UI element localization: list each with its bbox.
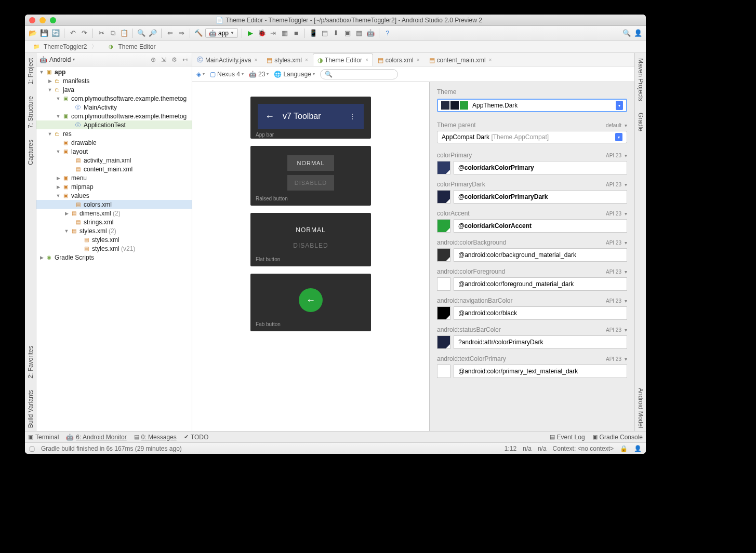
class-icon: Ⓒ	[74, 122, 82, 129]
color-swatch[interactable]	[437, 161, 450, 174]
preview-search[interactable]: 🔍	[320, 69, 398, 79]
editor-tab[interactable]: ▤colors.xml×	[373, 53, 425, 66]
attr-value-input[interactable]: @android:color/background_material_dark	[454, 248, 627, 262]
undo-icon[interactable]: ↶	[68, 29, 77, 38]
editor-tab[interactable]: ◑Theme Editor×	[313, 53, 373, 66]
crumb-project[interactable]: 📁ThemeToggler2	[28, 42, 101, 51]
chevron-down-icon[interactable]: ▾	[625, 211, 627, 217]
cut-icon[interactable]: ✂	[97, 29, 106, 38]
paste-icon[interactable]: 📋	[120, 29, 129, 38]
tab-event-log[interactable]: ▤ Event Log	[550, 434, 585, 441]
attr-value-input[interactable]: @color/darkColorAccent	[454, 219, 627, 233]
minimize-window-button[interactable]	[39, 17, 46, 23]
tab-gradle-console[interactable]: ▣ Gradle Console	[592, 434, 643, 441]
tab-maven[interactable]: Maven Projects	[636, 55, 645, 104]
close-icon[interactable]: ×	[305, 57, 308, 63]
layout-icon[interactable]: ▦	[354, 29, 364, 38]
save-icon[interactable]: 💾	[39, 29, 49, 38]
color-swatch[interactable]	[437, 277, 450, 291]
ddms-icon[interactable]: ⬇	[331, 29, 341, 38]
tab-favorites[interactable]: 2: Favorites	[26, 343, 35, 382]
tab-messages[interactable]: ▤ 0: Messages	[134, 434, 177, 441]
tab-android-model[interactable]: Android Model	[636, 385, 645, 431]
attr-value-input[interactable]: @android:color/foreground_material_dark	[454, 277, 627, 291]
attr-value-input[interactable]: ?android:attr/colorPrimaryDark	[454, 335, 627, 349]
parent-theme-selector[interactable]: AppCompat Dark [Theme.AppCompat] ▾	[437, 131, 627, 143]
locale-selector[interactable]: 🌐Language▾	[274, 71, 314, 78]
close-icon[interactable]: ×	[489, 57, 492, 63]
device-selector[interactable]: ▢Nexus 4▾	[210, 71, 244, 78]
back-icon[interactable]: ⇐	[165, 29, 175, 38]
chevron-down-icon[interactable]: ▾	[625, 327, 627, 333]
search-icon[interactable]: 🔍	[622, 29, 631, 38]
file-icon: ▤	[267, 57, 272, 64]
crumb-editor[interactable]: ◑Theme Editor	[102, 42, 164, 51]
attr-value-input[interactable]: @color/darkColorPrimary	[454, 161, 627, 174]
chevron-down-icon[interactable]: ▾	[625, 356, 627, 362]
chevron-down-icon[interactable]: ▾	[625, 298, 627, 304]
run-target-selector[interactable]: 🤖 app ▼	[205, 28, 238, 38]
close-icon[interactable]: ×	[365, 57, 368, 63]
copy-icon[interactable]: ⧉	[108, 29, 117, 38]
color-swatch[interactable]	[437, 248, 450, 262]
attach-icon[interactable]: ⇥	[269, 29, 278, 38]
color-swatch[interactable]	[437, 306, 450, 320]
stop-icon[interactable]: ■	[291, 29, 301, 38]
help-icon[interactable]: ?	[383, 29, 392, 38]
hector-icon[interactable]: 👤	[634, 445, 642, 452]
avd-icon[interactable]: 📱	[309, 29, 318, 38]
profile-icon[interactable]: ▦	[280, 29, 289, 38]
attr-value-input[interactable]: @android:color/black	[454, 306, 627, 320]
chevron-down-icon[interactable]: ▾	[625, 123, 627, 128]
run-icon[interactable]: ▶	[246, 29, 255, 38]
tab-build-variants[interactable]: Build Variants	[26, 387, 35, 431]
orient-icon[interactable]: ◈▾	[196, 71, 205, 78]
close-window-button[interactable]	[29, 17, 35, 23]
tab-android-monitor[interactable]: 🤖 6: Android Monitor	[66, 434, 126, 441]
forward-icon[interactable]: ⇒	[177, 29, 186, 38]
chevron-down-icon[interactable]: ▾	[625, 153, 627, 158]
api-selector[interactable]: 🤖23▾	[249, 71, 269, 78]
tab-terminal[interactable]: ▣ Terminal	[28, 434, 59, 441]
attr-value-input[interactable]: @android:color/primary_text_material_dar…	[454, 365, 627, 378]
folder-icon: ▣	[61, 139, 70, 146]
lock-icon[interactable]: 🔒	[620, 445, 628, 452]
tab-structure[interactable]: 7: Structure	[26, 93, 35, 131]
view-selector[interactable]: 🤖Android ▾	[39, 56, 75, 63]
chevron-down-icon[interactable]: ▾	[625, 240, 627, 246]
close-icon[interactable]: ×	[417, 57, 420, 63]
hide-icon[interactable]: ↤	[182, 56, 188, 63]
find-icon[interactable]: 🔍	[137, 29, 146, 38]
color-swatch[interactable]	[437, 335, 450, 349]
target-icon[interactable]: ⊕	[151, 56, 156, 63]
chevron-down-icon[interactable]: ▾	[625, 182, 627, 187]
tab-captures[interactable]: Captures	[26, 137, 35, 168]
chevron-down-icon[interactable]: ▾	[625, 269, 627, 275]
color-swatch[interactable]	[437, 365, 450, 378]
sdk-icon[interactable]: ▤	[320, 29, 329, 38]
tab-todo[interactable]: ✔ TODO	[184, 434, 208, 441]
monitor-icon[interactable]: ▣	[343, 29, 352, 38]
color-swatch[interactable]	[437, 219, 450, 233]
collapse-icon[interactable]: ⇲	[161, 56, 166, 63]
user-icon[interactable]: 👤	[633, 29, 643, 38]
editor-tab[interactable]: ⒸMainActivity.java×	[192, 53, 262, 66]
color-swatch[interactable]	[437, 190, 450, 204]
android-icon[interactable]: 🤖	[366, 29, 375, 38]
sync-icon[interactable]: 🔄	[51, 29, 60, 38]
close-icon[interactable]: ×	[254, 57, 257, 63]
build-icon[interactable]: 🔨	[194, 29, 203, 38]
debug-icon[interactable]: 🐞	[257, 29, 267, 38]
tab-project[interactable]: 1: Project	[26, 55, 35, 88]
replace-icon[interactable]: 🔎	[148, 29, 157, 38]
tab-gradle[interactable]: Gradle	[636, 110, 645, 134]
editor-tab[interactable]: ▤content_main.xml×	[425, 53, 497, 66]
redo-icon[interactable]: ↷	[79, 29, 89, 38]
theme-selector[interactable]: AppTheme.Dark ▾	[437, 99, 627, 112]
attr-value-input[interactable]: @color/darkColorPrimaryDark	[454, 190, 627, 204]
settings-icon[interactable]: ⚙	[171, 56, 177, 63]
project-tree[interactable]: ▼▣app ▶🗀manifests ▼🗀java ▼▣com.plymouths…	[36, 66, 192, 431]
zoom-window-button[interactable]	[50, 17, 56, 23]
open-icon[interactable]: 📂	[28, 29, 37, 38]
editor-tab[interactable]: ▤styles.xml×	[262, 53, 313, 66]
